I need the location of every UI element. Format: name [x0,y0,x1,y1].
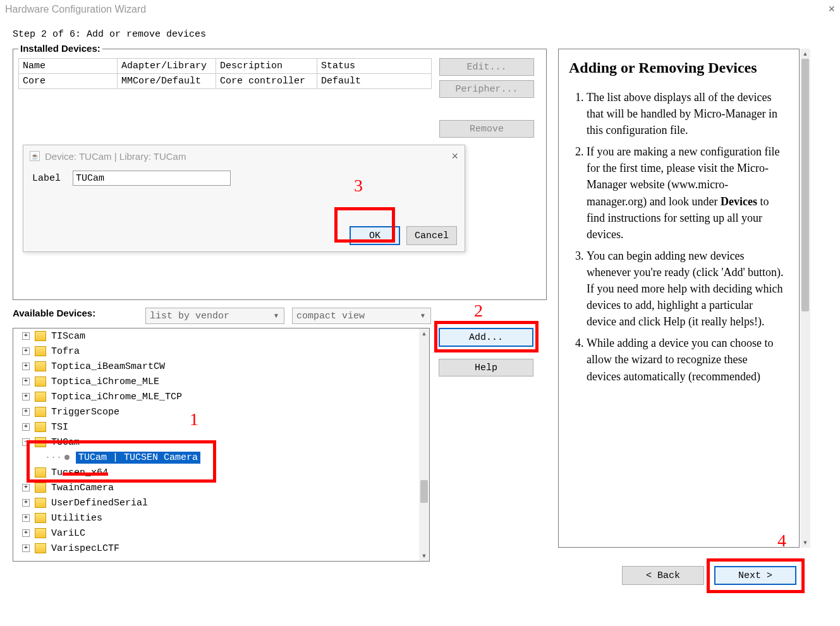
expander-icon[interactable]: + [22,514,30,522]
scroll-thumb[interactable] [801,59,809,311]
expander-icon[interactable]: + [22,408,30,416]
sort-select[interactable]: list by vendor [145,308,284,324]
next-button[interactable]: Next > [714,566,796,585]
help-item: While adding a device you can choose to … [587,335,784,384]
help-item: The list above displays all of the devic… [587,89,784,138]
folder-icon [35,346,46,356]
expander-icon[interactable]: + [22,529,30,537]
expander-icon[interactable]: + [22,347,30,355]
folder-icon [35,361,46,371]
expander-icon[interactable]: + [22,378,30,385]
label-field-label: Label [32,173,61,184]
folder-icon [35,543,46,553]
ok-button[interactable]: OK [350,226,400,245]
scrollbar-vertical[interactable]: ▲ ▼ [419,328,429,561]
folder-icon [35,376,46,387]
expander-icon[interactable]: + [22,499,30,507]
col-status: Status [321,61,355,71]
folder-icon [35,483,46,493]
table-row[interactable]: Core MMCore/Default Core controller Defa… [19,74,432,89]
cancel-button[interactable]: Cancel [406,226,457,245]
dialog-title: Device: TUCam | Library: TUCam [45,151,186,162]
window-title: Hardware Configuration Wizard [5,4,146,15]
expander-icon[interactable]: + [22,363,30,370]
expander-icon[interactable]: + [22,423,30,431]
folder-icon [35,528,46,538]
step-indicator: Step 2 of 6: Add or remove devices [13,29,206,40]
scroll-up-icon[interactable]: ▲ [419,328,429,339]
help-panel: Adding or Removing Devices The list abov… [558,49,800,548]
folder-icon [35,392,46,402]
folder-icon [35,437,46,447]
folder-icon [35,331,46,341]
help-title: Adding or Removing Devices [569,59,784,76]
bullet-icon [64,455,70,460]
expander-icon[interactable]: + [22,393,30,400]
close-icon[interactable]: × [451,150,458,163]
help-item: You can begin adding new devices wheneve… [587,248,784,330]
scroll-down-icon[interactable]: ▼ [419,551,429,561]
scroll-up-icon[interactable]: ▲ [800,49,810,59]
window-titlebar: Hardware Configuration Wizard × [0,0,840,19]
folder-icon [35,498,46,508]
java-icon: ☕ [30,151,40,161]
help-item: If you are making a new configuration fi… [587,143,784,243]
folder-icon [35,407,46,417]
peripherals-button[interactable]: Peripher... [439,80,534,98]
help-button[interactable]: Help [439,359,533,376]
tree-item-selected[interactable]: ···TUCam | TUCSEN Camera [13,450,419,465]
label-input[interactable] [73,171,231,186]
installed-devices-title: Installed Devices: [18,43,102,54]
expander-icon[interactable]: + [22,332,30,340]
scroll-thumb[interactable] [420,480,428,503]
col-desc: Description [220,61,283,71]
scroll-down-icon[interactable]: ▼ [800,538,810,548]
remove-button[interactable]: Remove [439,120,534,138]
edit-button[interactable]: Edit... [439,58,534,76]
close-icon[interactable]: × [828,3,835,16]
annotation-number: 2 [474,301,483,321]
expander-icon[interactable]: + [22,545,30,552]
available-devices-title: Available Devices: [13,308,95,318]
view-select[interactable]: compact view [292,308,431,324]
scrollbar-vertical[interactable]: ▲ ▼ [800,49,810,548]
available-devices-tree[interactable]: +TIScam +Tofra +Toptica_iBeamSmartCW +To… [13,328,430,562]
expander-icon[interactable]: + [22,484,30,491]
add-button[interactable]: Add... [439,328,533,347]
folder-icon [35,513,46,523]
expander-icon[interactable]: − [22,438,30,446]
device-label-dialog: ☕ Device: TUCam | Library: TUCam × Label… [23,145,465,252]
back-button[interactable]: < Back [622,566,704,585]
col-name: Name [23,61,46,71]
folder-icon [35,422,46,432]
installed-devices-table: Name Adapter/Library Description Status … [18,58,432,89]
col-adapter: Adapter/Library [121,61,207,71]
folder-icon [35,467,46,478]
